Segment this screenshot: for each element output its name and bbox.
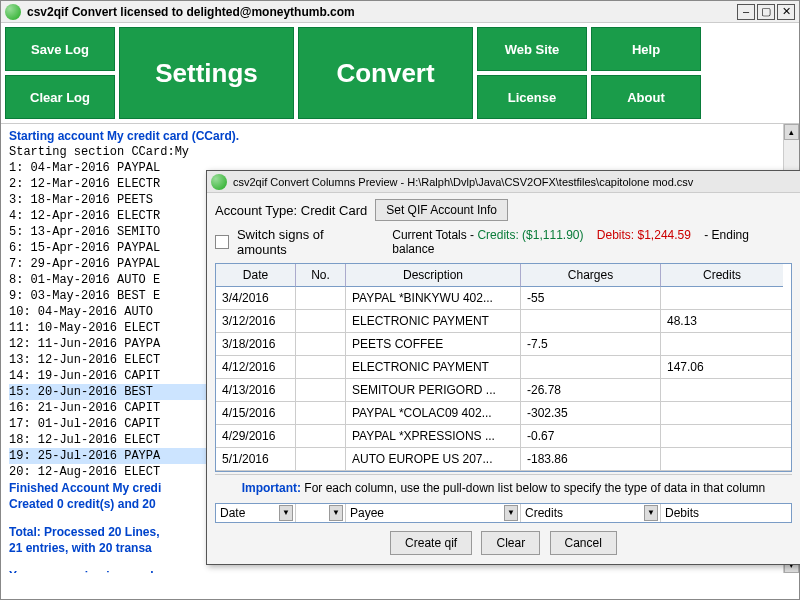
cell-chg (521, 356, 661, 378)
col-header-credits[interactable]: Credits (661, 264, 783, 287)
important-label: Important: (242, 481, 301, 495)
cell-no (296, 379, 346, 401)
minimize-button[interactable]: – (737, 4, 755, 20)
cell-no (296, 402, 346, 424)
web-site-button[interactable]: Web Site (477, 27, 587, 71)
selector-payee[interactable]: Payee▼ (346, 504, 521, 522)
preview-grid: Date No. Description Charges Credits 3/4… (215, 263, 792, 472)
cell-no (296, 310, 346, 332)
cell-no (296, 287, 346, 309)
cell-date: 3/4/2016 (216, 287, 296, 309)
col-header-description[interactable]: Description (346, 264, 521, 287)
table-row[interactable]: 4/15/2016PAYPAL *COLAC09 402...-302.35 (216, 402, 791, 425)
clear-button[interactable]: Clear (481, 531, 540, 555)
main-toolbar: Save Log Clear Log Settings Convert Web … (1, 23, 799, 123)
cell-date: 4/12/2016 (216, 356, 296, 378)
cell-chg: -0.67 (521, 425, 661, 447)
selector-debits[interactable]: Debits (661, 504, 783, 522)
cell-chg: -302.35 (521, 402, 661, 424)
cell-desc: PEETS COFFEE (346, 333, 521, 355)
maximize-button[interactable]: ▢ (757, 4, 775, 20)
cell-cr (661, 448, 783, 470)
important-text: For each column, use the pull-down list … (301, 481, 765, 495)
table-row[interactable]: 3/4/2016PAYPAL *BINKYWU 402...-55 (216, 287, 791, 310)
cell-no (296, 356, 346, 378)
convert-button[interactable]: Convert (298, 27, 473, 119)
chevron-down-icon[interactable]: ▼ (504, 505, 518, 521)
set-qif-button[interactable]: Set QIF Account Info (375, 199, 508, 221)
col-header-no[interactable]: No. (296, 264, 346, 287)
cell-cr (661, 402, 783, 424)
cell-desc: AUTO EUROPE US 207... (346, 448, 521, 470)
log-start-account: Starting account My credit card (CCard). (9, 128, 791, 144)
cell-desc: PAYPAL *COLAC09 402... (346, 402, 521, 424)
account-type-label: Account Type: Credit Card (215, 203, 367, 218)
cell-desc: PAYPAL *XPRESSIONS ... (346, 425, 521, 447)
cell-no (296, 448, 346, 470)
settings-button[interactable]: Settings (119, 27, 294, 119)
chevron-down-icon[interactable]: ▼ (329, 505, 343, 521)
cell-date: 4/15/2016 (216, 402, 296, 424)
preview-titlebar: csv2qif Convert Columns Preview - H:\Ral… (207, 171, 800, 193)
main-titlebar: csv2qif Convert licensed to delighted@mo… (1, 1, 799, 23)
cell-date: 3/12/2016 (216, 310, 296, 332)
chevron-down-icon[interactable]: ▼ (644, 505, 658, 521)
cell-date: 3/18/2016 (216, 333, 296, 355)
chevron-down-icon[interactable]: ▼ (279, 505, 293, 521)
cell-no (296, 333, 346, 355)
switch-signs-label: Switch signs of amounts (237, 227, 376, 257)
column-selectors: Date▼ ▼ Payee▼ Credits▼ Debits (215, 503, 792, 523)
cancel-button[interactable]: Cancel (550, 531, 617, 555)
action-row: Create qif Clear Cancel (215, 523, 792, 557)
table-row[interactable]: 4/29/2016PAYPAL *XPRESSIONS ...-0.67 (216, 425, 791, 448)
cell-chg: -26.78 (521, 379, 661, 401)
about-button[interactable]: About (591, 75, 701, 119)
cell-desc: ELECTRONIC PAYMENT (346, 356, 521, 378)
selector-date[interactable]: Date▼ (216, 504, 296, 522)
cell-desc: ELECTRONIC PAYMENT (346, 310, 521, 332)
cell-date: 4/13/2016 (216, 379, 296, 401)
cell-cr (661, 287, 783, 309)
col-header-charges[interactable]: Charges (521, 264, 661, 287)
table-row[interactable]: 5/1/2016AUTO EUROPE US 207...-183.86 (216, 448, 791, 471)
cell-date: 5/1/2016 (216, 448, 296, 470)
switch-signs-checkbox[interactable] (215, 235, 229, 249)
save-log-button[interactable]: Save Log (5, 27, 115, 71)
table-row[interactable]: 3/12/2016ELECTRONIC PAYMENT48.13 (216, 310, 791, 333)
grid-header: Date No. Description Charges Credits (216, 264, 791, 287)
selector-no[interactable]: ▼ (296, 504, 346, 522)
preview-title: csv2qif Convert Columns Preview - H:\Ral… (233, 176, 796, 188)
preview-window: csv2qif Convert Columns Preview - H:\Ral… (206, 170, 800, 565)
cell-cr: 48.13 (661, 310, 783, 332)
clear-log-button[interactable]: Clear Log (5, 75, 115, 119)
cell-cr: 147.06 (661, 356, 783, 378)
col-header-date[interactable]: Date (216, 264, 296, 287)
close-button[interactable]: ✕ (777, 4, 795, 20)
totals-label: Current Totals - (392, 228, 474, 242)
scroll-up-icon[interactable]: ▴ (784, 124, 799, 140)
log-saved: Your conversion is saved as: (9, 568, 791, 573)
cell-desc: PAYPAL *BINKYWU 402... (346, 287, 521, 309)
important-bar: Important: For each column, use the pull… (215, 474, 792, 501)
cell-cr (661, 379, 783, 401)
app-icon (5, 4, 21, 20)
cell-desc: SEMITOUR PERIGORD ... (346, 379, 521, 401)
cell-cr (661, 425, 783, 447)
main-title: csv2qif Convert licensed to delighted@mo… (27, 5, 735, 19)
log-start-section: Starting section CCard:My (9, 144, 791, 160)
cell-cr (661, 333, 783, 355)
table-row[interactable]: 4/13/2016SEMITOUR PERIGORD ...-26.78 (216, 379, 791, 402)
create-qif-button[interactable]: Create qif (390, 531, 472, 555)
license-button[interactable]: License (477, 75, 587, 119)
cell-chg: -7.5 (521, 333, 661, 355)
table-row[interactable]: 3/18/2016PEETS COFFEE-7.5 (216, 333, 791, 356)
help-button[interactable]: Help (591, 27, 701, 71)
selector-credits[interactable]: Credits▼ (521, 504, 661, 522)
cell-no (296, 425, 346, 447)
cell-chg (521, 310, 661, 332)
table-row[interactable]: 4/12/2016ELECTRONIC PAYMENT147.06 (216, 356, 791, 379)
app-icon (211, 174, 227, 190)
cell-chg: -55 (521, 287, 661, 309)
cell-chg: -183.86 (521, 448, 661, 470)
cell-date: 4/29/2016 (216, 425, 296, 447)
